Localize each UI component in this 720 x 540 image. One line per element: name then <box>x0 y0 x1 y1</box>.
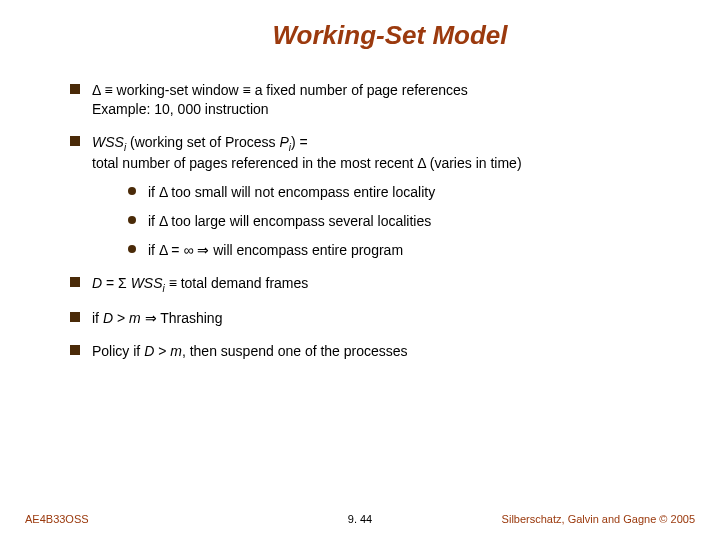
bullet-text: (working set of Process <box>126 134 279 150</box>
main-bullet-list: Δ ≡ working-set window ≡ a fixed number … <box>40 81 680 361</box>
bullet-text: > <box>113 310 129 326</box>
bullet-item: D = Σ WSSi ≡ total demand frames <box>70 274 680 295</box>
bullet-item: Δ ≡ working-set window ≡ a fixed number … <box>70 81 680 119</box>
sub-bullet-list: if Δ too small will not encompass entire… <box>92 183 680 260</box>
bullet-text: if <box>92 310 103 326</box>
bullet-text: D <box>103 310 113 326</box>
slide-footer: AE4B33OSS 9. 44 Silberschatz, Galvin and… <box>0 513 720 525</box>
bullet-text: m <box>129 310 141 326</box>
bullet-text: Policy if <box>92 343 144 359</box>
bullet-text: ≡ total demand frames <box>165 275 309 291</box>
bullet-text: = Σ <box>102 275 131 291</box>
bullet-text: Δ ≡ working-set window ≡ a fixed number … <box>92 82 468 98</box>
bullet-text: WSS <box>92 134 124 150</box>
bullet-text: > <box>154 343 170 359</box>
bullet-text: P <box>279 134 288 150</box>
bullet-text: if Δ too small will not encompass entire… <box>148 184 435 200</box>
bullet-text: D <box>92 275 102 291</box>
sub-bullet-item: if Δ too small will not encompass entire… <box>128 183 680 202</box>
bullet-item: Policy if D > m, then suspend one of the… <box>70 342 680 361</box>
bullet-text: if Δ too large will encompass several lo… <box>148 213 431 229</box>
bullet-text: WSS <box>131 275 163 291</box>
bullet-text: , then suspend one of the processes <box>182 343 408 359</box>
sub-bullet-item: if Δ too large will encompass several lo… <box>128 212 680 231</box>
bullet-text: Example: 10, 000 instruction <box>92 101 269 117</box>
footer-left-code: AE4B33OSS <box>25 513 89 525</box>
footer-page-number: 9. 44 <box>348 513 372 525</box>
bullet-item: WSSi (working set of Process Pi) = total… <box>70 133 680 260</box>
bullet-text: D <box>144 343 154 359</box>
sub-bullet-item: if Δ = ∞ ⇒ will encompass entire program <box>128 241 680 260</box>
bullet-text: ⇒ Thrashing <box>141 310 223 326</box>
bullet-text: total number of pages referenced in the … <box>92 155 522 171</box>
bullet-text: if Δ = ∞ ⇒ will encompass entire program <box>148 242 403 258</box>
footer-attribution: Silberschatz, Galvin and Gagne © 2005 <box>502 513 695 525</box>
bullet-text: ) = <box>291 134 308 150</box>
bullet-text: m <box>170 343 182 359</box>
slide-title: Working-Set Model <box>100 20 680 51</box>
bullet-item: if D > m ⇒ Thrashing <box>70 309 680 328</box>
